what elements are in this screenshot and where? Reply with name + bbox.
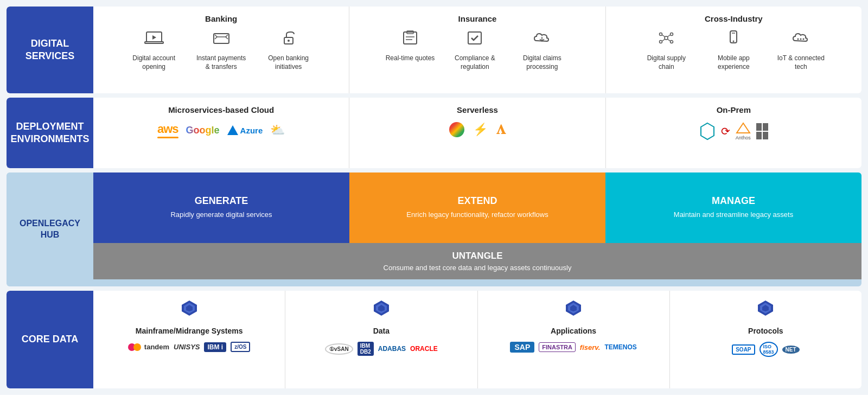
fiserv-logo: fiserv. bbox=[580, 343, 601, 352]
data-section: Data ①vSAN IBMDB2 ADABAS ORACLE bbox=[285, 291, 477, 388]
hub-label: OPENLEGACYHUB bbox=[7, 172, 93, 286]
svg-rect-1 bbox=[145, 42, 163, 43]
hub-extend-section: EXTEND Enrich legacy functionality, refa… bbox=[349, 172, 605, 243]
svg-point-26 bbox=[800, 39, 802, 40]
hub-extend-subtitle: Enrich legacy functionality, refactor wo… bbox=[406, 210, 548, 220]
mainframe-section: Mainframe/Midrange Systems tandem UNISYS… bbox=[93, 291, 285, 388]
core-data-row: CORE DATA Mainframe/Midrange Systems bbox=[7, 291, 861, 388]
iot-label: IoT & connected tech bbox=[774, 54, 828, 71]
banking-section: Banking Digital account opening bbox=[93, 7, 349, 93]
deployment-content: Microservices-based Cloud aws Google Azu… bbox=[93, 98, 861, 168]
alibaba-cloud-logo: ⛅ bbox=[270, 123, 285, 137]
svg-rect-11 bbox=[468, 32, 481, 44]
hub-untangle-subtitle: Consume and test core data and legacy as… bbox=[384, 264, 572, 272]
protocols-logos: SOAP ISO8583 NET bbox=[732, 342, 799, 357]
zos-logo: z/OS bbox=[231, 342, 250, 352]
cross-industry-section: Cross-Industry bbox=[606, 7, 861, 93]
aws-text: aws bbox=[157, 122, 178, 136]
cross-industry-title: Cross-Industry bbox=[615, 14, 853, 23]
onprem-logos: ⟳ Anthos bbox=[699, 122, 768, 140]
instant-payments-item: Instant payments & transfers bbox=[194, 30, 248, 71]
svg-point-27 bbox=[803, 39, 805, 40]
laptop-icon bbox=[144, 30, 164, 50]
applications-logos: SAP FINASTRA fiserv. TEMENOS bbox=[510, 342, 636, 353]
hub-generate-subtitle: Rapidly generate digital services bbox=[170, 210, 272, 220]
iot-cloud-icon bbox=[791, 30, 810, 50]
finastra-logo: FINASTRA bbox=[539, 342, 576, 352]
vsan-logo: ①vSAN bbox=[325, 343, 353, 355]
instant-payments-label: Instant payments & transfers bbox=[194, 54, 248, 71]
openshift-icon bbox=[699, 122, 716, 140]
svg-line-21 bbox=[667, 39, 671, 41]
svg-point-6 bbox=[288, 40, 290, 42]
ibmi-logo: IBM i bbox=[204, 342, 226, 352]
hub-generate-section: GENERATE Rapidly generate digital servic… bbox=[93, 172, 349, 243]
banking-title: Banking bbox=[102, 14, 340, 23]
google-logo: Google bbox=[186, 125, 220, 136]
hub-untangle-title: UNTANGLE bbox=[452, 251, 502, 261]
svg-rect-3 bbox=[214, 34, 229, 43]
svg-marker-28 bbox=[737, 123, 750, 133]
digital-services-content: Banking Digital account opening bbox=[93, 7, 861, 93]
mobile-app-item: Mobile app experience bbox=[706, 30, 761, 71]
anthos-icon bbox=[736, 122, 751, 135]
digital-account-opening-label: Digital account opening bbox=[127, 54, 181, 71]
core-sections: Mainframe/Midrange Systems tandem UNISYS… bbox=[93, 291, 861, 388]
aws-underline bbox=[157, 137, 178, 138]
compliance-label: Compliance & regulation bbox=[448, 54, 502, 71]
data-logos: ①vSAN IBMDB2 ADABAS ORACLE bbox=[325, 342, 438, 356]
grid-logo bbox=[756, 123, 768, 139]
azure-text: Azure bbox=[240, 126, 263, 135]
deployment-row: DEPLOYMENTENVIRONMENTS Microservices-bas… bbox=[7, 98, 861, 168]
azure-triangle-icon bbox=[227, 125, 238, 135]
onprem-title: On-Prem bbox=[717, 105, 751, 114]
onprem-section: On-Prem ⟳ Anthos bbox=[606, 98, 861, 168]
aws-logo: aws bbox=[157, 122, 178, 138]
serverless-logos: ⚡ 𝚲 bbox=[449, 122, 506, 137]
gcp-logo bbox=[449, 122, 464, 137]
banking-icons: Digital account opening bbox=[102, 30, 340, 71]
core-data-label: CORE DATA bbox=[7, 291, 93, 388]
applications-section: Applications SAP FINASTRA fiserv. TEMENO… bbox=[478, 291, 670, 388]
svg-point-15 bbox=[671, 33, 673, 36]
hub-content: GENERATE Rapidly generate digital servic… bbox=[93, 172, 861, 286]
digital-services-row: DIGITALSERVICES Banking bbox=[7, 7, 861, 93]
svg-line-19 bbox=[667, 35, 671, 37]
realtime-quotes-item: Real-time quotes bbox=[386, 30, 435, 71]
supply-chain-icon bbox=[656, 30, 676, 50]
open-banking-label: Open banking initiatives bbox=[261, 54, 316, 71]
svg-line-20 bbox=[662, 39, 665, 41]
hub-manage-title: MANAGE bbox=[712, 195, 755, 207]
digital-account-opening-item: Digital account opening bbox=[127, 30, 181, 71]
realtime-quotes-label: Real-time quotes bbox=[386, 54, 435, 63]
clipboard-icon bbox=[400, 30, 420, 50]
temenos-logo: TEMENOS bbox=[604, 343, 636, 351]
applications-icon bbox=[564, 298, 583, 322]
transfer-icon bbox=[212, 30, 231, 50]
mobile-app-label: Mobile app experience bbox=[706, 54, 761, 71]
iot-item: IoT & connected tech bbox=[774, 30, 828, 71]
applications-title: Applications bbox=[551, 327, 596, 335]
svg-point-23 bbox=[733, 41, 735, 42]
net-logo: NET bbox=[782, 346, 800, 354]
digital-supply-chain-label: Digital supply chain bbox=[639, 54, 693, 71]
mainframe-logos: tandem UNISYS IBM i z/OS bbox=[128, 342, 251, 352]
main-container: DIGITALSERVICES Banking bbox=[0, 0, 868, 395]
cross-industry-icons: Digital supply chain Mobile app experie bbox=[615, 30, 853, 71]
mainframe-icon bbox=[180, 298, 199, 322]
deployment-label: DEPLOYMENTENVIRONMENTS bbox=[7, 98, 93, 168]
sap-logo: SAP bbox=[510, 342, 534, 353]
unisys-logo: UNISYS bbox=[174, 343, 200, 351]
serverless-section: Serverless ⚡ 𝚲 bbox=[349, 98, 605, 168]
protocols-section: Protocols SOAP ISO8583 NET bbox=[670, 291, 861, 388]
anthos-text: Anthos bbox=[736, 135, 751, 140]
checkmark-icon bbox=[465, 30, 484, 50]
adabas-logo: ADABAS bbox=[378, 345, 406, 353]
serverless-title: Serverless bbox=[457, 105, 498, 114]
lambda-logo: 𝚲 bbox=[496, 122, 506, 137]
cloud-title: Microservices-based Cloud bbox=[168, 105, 274, 114]
svg-marker-2 bbox=[152, 35, 156, 40]
hub-generate-title: GENERATE bbox=[195, 195, 248, 207]
hub-extend-title: EXTEND bbox=[457, 195, 497, 207]
bolt-icon: ⚡ bbox=[473, 123, 488, 137]
